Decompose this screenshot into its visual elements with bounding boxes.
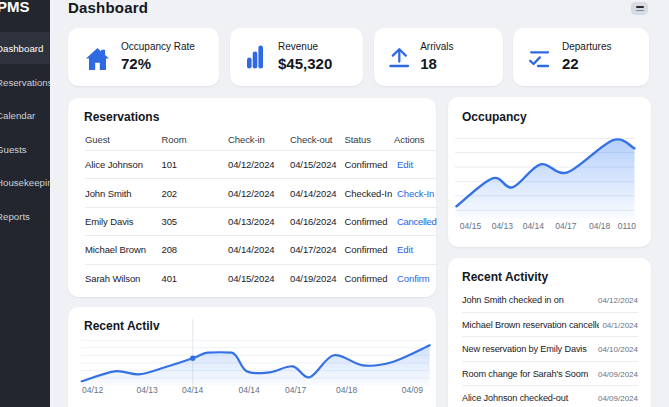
svg-text:04/09: 04/09 — [402, 385, 424, 395]
svg-text:04/14: 04/14 — [239, 385, 261, 395]
svg-text:04/14: 04/14 — [182, 385, 204, 395]
svg-text:04/15: 04/15 — [459, 221, 481, 231]
svg-text:04/18: 04/18 — [336, 385, 358, 395]
svg-text:04/13: 04/13 — [491, 221, 513, 231]
svg-text:0110: 0110 — [617, 221, 636, 231]
svg-text:04/17: 04/17 — [555, 221, 577, 231]
svg-text:04/12: 04/12 — [82, 385, 104, 395]
svg-text:04/13: 04/13 — [137, 385, 159, 395]
svg-text:04/17: 04/17 — [285, 385, 307, 395]
svg-text:04/14: 04/14 — [522, 221, 544, 231]
svg-text:04/18: 04/18 — [589, 221, 611, 231]
